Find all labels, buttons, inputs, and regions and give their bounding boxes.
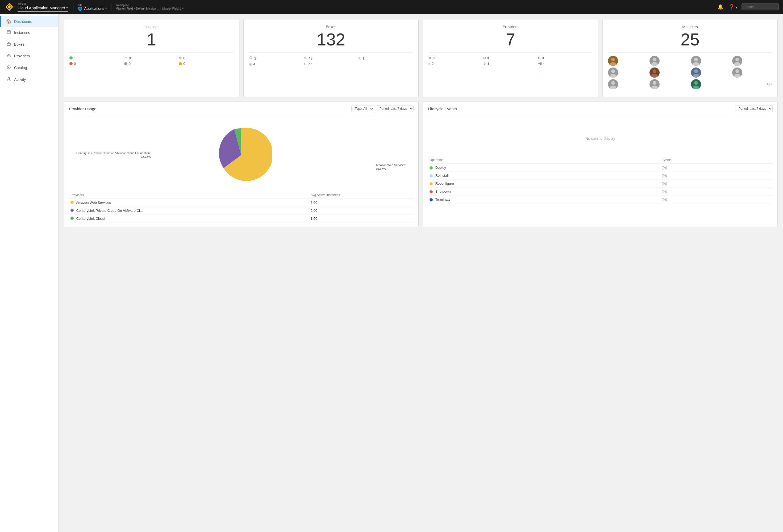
providers-card: Providers 7 🖥 3 ⧉ 0 G 0 [423, 19, 598, 97]
provider-row-clc: CenturyLink Cloud 1.00 [68, 215, 414, 223]
clc-dot [70, 217, 74, 220]
member-avatar-10[interactable] [650, 79, 660, 89]
pie-label-aws: Amazon Web Services: 66.67% [376, 163, 406, 171]
shutdown-dot [430, 190, 433, 194]
workspace-path[interactable]: Mission-Field › Default Mission ... › Mi… [116, 7, 712, 10]
members-title: Members [608, 25, 772, 29]
sidebar-item-instances[interactable]: Instances [0, 27, 58, 38]
topbar-search-input[interactable] [742, 3, 779, 10]
service-dropdown-arrow: ▾ [66, 6, 68, 9]
member-avatar-5[interactable] [608, 67, 618, 77]
instances-green[interactable]: 1 [69, 56, 124, 60]
home-icon: 🏠 [6, 19, 11, 24]
reinstall-dot [430, 174, 433, 177]
instances-orange[interactable]: 0 [179, 62, 233, 66]
instances-number: 1 [69, 31, 233, 48]
member-avatar-3[interactable] [691, 56, 701, 66]
g-icon: G [538, 56, 540, 60]
service-name[interactable]: Cloud Application Manager ▾ [18, 6, 68, 10]
green-dot [69, 56, 73, 60]
member-avatar-9[interactable] [608, 79, 618, 89]
service-selector[interactable]: Service Cloud Application Manager ▾ [18, 2, 73, 12]
providers-all[interactable]: All › [538, 62, 593, 66]
provider-usage-body: CenturyLink Private Cloud on VMware Clou… [64, 116, 418, 227]
pie-svg [211, 124, 272, 186]
members-all-link[interactable]: All › [732, 79, 772, 89]
providers-p5[interactable]: ✲ 1 [483, 62, 538, 66]
boxes-s4[interactable]: ◉ 4 [249, 62, 304, 66]
members-card: Members 25 [602, 19, 778, 97]
catalog-icon [6, 65, 11, 71]
copy-icon: ⧉ [483, 56, 486, 60]
providers-p2[interactable]: ⧉ 0 [483, 56, 538, 60]
svg-rect-3 [7, 31, 10, 34]
member-avatar-1[interactable] [608, 56, 618, 66]
boxes-s2[interactable]: 👁 48 [304, 56, 358, 61]
topbar-right: 🔔 ❓ ▾ [717, 3, 779, 11]
providers-grid: 🖥 3 ⧉ 0 G 0 # 2 [429, 56, 593, 66]
lifecycle-table: Operation Events Deploy (%) [428, 157, 773, 204]
sidebar-item-activity[interactable]: Activity [0, 74, 58, 85]
gray-dot [124, 62, 127, 65]
member-avatar-4[interactable] [732, 56, 742, 66]
providers-p1[interactable]: 🖥 3 [429, 56, 483, 60]
boxes-s5[interactable]: ↻ 77 [304, 62, 358, 66]
svg-point-6 [7, 56, 10, 57]
sidebar-item-boxes[interactable]: Boxes [0, 38, 58, 50]
members-avatars: All › [608, 56, 772, 89]
member-avatar-6[interactable] [650, 67, 660, 77]
member-avatar-7[interactable] [691, 67, 701, 77]
member-avatar-8[interactable] [732, 67, 742, 77]
site-name[interactable]: 🌐 Applications ▾ [78, 6, 107, 11]
type-select[interactable]: Type: All [351, 105, 374, 112]
boxes-s3[interactable]: ◎ 1 [358, 56, 413, 61]
notifications-button[interactable]: 🔔 [717, 3, 724, 11]
instances-red[interactable]: 0 [69, 62, 124, 66]
terminate-dot [430, 198, 433, 201]
svg-point-11 [653, 58, 656, 61]
instances-warning[interactable]: ⚠ 0 [124, 56, 179, 60]
period-select-lifecycle[interactable]: Period: Last 7 days [735, 105, 773, 112]
app-logo[interactable] [4, 2, 14, 12]
providers-p4[interactable]: # 2 [429, 62, 483, 66]
period-select-usage[interactable]: Period: Last 7 days [376, 105, 414, 112]
lifecycle-row-reconfigure: Reconfigure (%) [428, 180, 773, 188]
workspace-dropdown-arrow: ▾ [182, 7, 184, 10]
svg-point-14 [693, 62, 699, 66]
member-avatar-11[interactable] [691, 79, 701, 89]
sidebar-label-dashboard: Dashboard [14, 20, 32, 24]
eye-icon: 👁 [304, 56, 307, 60]
providers-p3[interactable]: G 0 [538, 56, 593, 60]
breadcrumb-sep1: › [134, 7, 135, 10]
sidebar-label-providers: Providers [14, 54, 30, 58]
aws-dot [70, 201, 74, 204]
site-selector[interactable]: Site 🌐 Applications ▾ [73, 3, 112, 11]
provider-row-clcvmware: CenturyLink Private Cloud On VMware Cl..… [68, 207, 414, 215]
svg-point-29 [694, 81, 698, 85]
help-button[interactable]: ❓ ▾ [728, 3, 738, 11]
lifecycle-row-shutdown: Shutdown (%) [428, 188, 773, 196]
sidebar-label-boxes: Boxes [14, 42, 25, 46]
sidebar-item-providers[interactable]: Providers [0, 50, 58, 62]
svg-point-21 [694, 69, 698, 73]
sidebar-item-dashboard[interactable]: 🏠 Dashboard [0, 16, 58, 27]
lifecycle-body: No data to display Operation Events [423, 116, 777, 208]
provider-usage-controls: Type: All Period: Last 7 days [351, 105, 414, 112]
instances-gray[interactable]: 0 [124, 62, 179, 66]
boxes-s1[interactable]: 2 [249, 56, 304, 61]
svg-point-27 [653, 81, 656, 85]
members-number: 25 [608, 31, 772, 48]
app-layout: 🏠 Dashboard Instances Boxes Providers [0, 14, 783, 532]
instances-title: Instances [69, 25, 233, 29]
sidebar-item-catalog[interactable]: Catalog [0, 62, 58, 74]
svg-point-8 [8, 77, 9, 79]
instances-icon [6, 30, 11, 36]
sidebar-label-catalog: Catalog [14, 66, 27, 70]
member-avatar-2[interactable] [650, 56, 660, 66]
instances-loading[interactable]: ✲ 0 [179, 56, 233, 60]
spin-icon: ✲ [483, 62, 486, 66]
svg-point-16 [734, 62, 741, 66]
col-operation: Operation [428, 157, 660, 164]
provider-row-aws: Amazon Web Services 6.00 [68, 199, 414, 207]
boxes-card: Boxes 132 2 👁 48 ◎ [243, 19, 419, 97]
